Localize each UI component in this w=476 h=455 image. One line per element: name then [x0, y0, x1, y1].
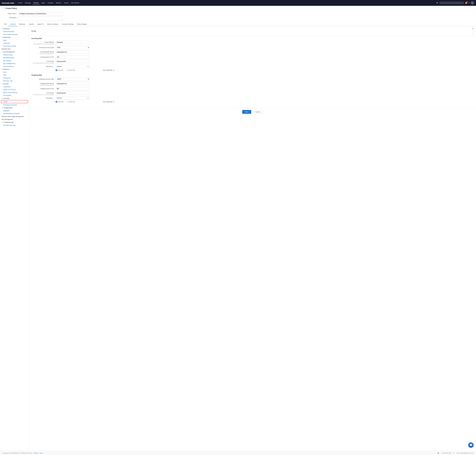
sidebar-item-required-apps[interactable]: Required Apps [0, 53, 29, 56]
outgoing-password-input[interactable] [56, 97, 89, 100]
page-header: 📄 Create Policy [0, 6, 476, 10]
tab-android[interactable]: Android [8, 22, 17, 26]
sidebar-section-title-file-management[interactable]: File Management [0, 118, 29, 121]
description-input[interactable] [18, 16, 63, 21]
sidebar-item-work-profile-password[interactable]: Work Profile Password [0, 33, 29, 36]
sidebar-section-title-security[interactable]: ▼ Security [0, 82, 29, 85]
nav-item-policies[interactable]: Policies [32, 1, 40, 5]
sidebar-section-title-restrictions[interactable]: ▼ Restrictions [0, 36, 29, 39]
outgoing-username-sublabel: Use %username% for user's username [32, 94, 54, 95]
help-icon[interactable]: ? [468, 2, 469, 4]
sidebar: ▼ Password Device Password Work Profile … [0, 26, 29, 451]
chat-button[interactable]: 💬 [468, 442, 474, 448]
sidebar-item-exchange-activesync[interactable]: Exchange ActiveSync [0, 104, 29, 106]
sidebar-section-title-network-data[interactable]: Network Data Usage Management [0, 115, 29, 118]
outgoing-password-control: 👁 [56, 97, 89, 100]
outgoing-mail-server-row: Outgoing Mail Server Example (smtp.gmail… [32, 82, 474, 86]
sidebar-item-wifi[interactable]: Wi-Fi [0, 71, 29, 74]
tab-ios[interactable]: iOS [2, 22, 8, 26]
incoming-use-certificate-checkbox[interactable] [113, 69, 115, 71]
outgoing-use-tls-label: Use TLS [69, 101, 75, 103]
avatar[interactable]: 👤 [471, 1, 474, 5]
sidebar-item-apn-knox[interactable]: APN (Knox) [0, 77, 29, 80]
email-address-input[interactable] [56, 41, 89, 44]
tab-macos[interactable]: macOS [27, 22, 36, 26]
policy-name-input[interactable] [18, 12, 63, 15]
sidebar-item-global-http-proxy[interactable]: Global HTTP Proxy [0, 88, 29, 91]
sidebar-item-certificates[interactable]: Certificates [0, 85, 29, 88]
nav-item-reports[interactable]: Reports [55, 1, 63, 5]
play-icon[interactable]: ▷ [473, 32, 474, 34]
sidebar-item-advanced[interactable]: Advanced [0, 42, 29, 45]
help-icon[interactable]: ? [473, 30, 474, 32]
sidebar-section-title-configurations[interactable]: ▼ Configurations [0, 106, 29, 109]
sidebar-item-hexnode-app-logs[interactable]: Hexnode App Logs [0, 124, 29, 127]
incoming-use-ssl-checkbox[interactable] [56, 69, 57, 71]
incoming-password-eye-icon[interactable]: 👁 [87, 66, 89, 67]
outgoing-account-type-control: SMTP [56, 77, 89, 81]
outgoing-password-eye-icon[interactable]: 👁 [87, 97, 89, 99]
sidebar-item-email[interactable]: Email [1, 100, 28, 103]
tab-general[interactable]: General Settings [60, 22, 75, 26]
outgoing-use-ssl-checkbox[interactable] [56, 101, 57, 103]
save-button[interactable]: Save [242, 110, 251, 114]
sidebar-item-vpn[interactable]: VPN [0, 74, 29, 77]
sidebar-item-app-configurations[interactable]: App Configurations [0, 62, 29, 65]
tab-appletv[interactable]: Apple TV [36, 22, 46, 26]
cancel-button[interactable]: Cancel [252, 110, 263, 114]
sidebar-item-web-content-filtering[interactable]: Web Content Filtering [0, 91, 29, 94]
sidebar-item-blocklist-allowlist[interactable]: Blocklist/Allowlist [0, 56, 29, 59]
sidebar-item-app-catalog[interactable]: App Catalog [0, 59, 29, 62]
outgoing-use-certificate-checkbox[interactable] [113, 101, 115, 103]
tab-kiosk[interactable]: Kiosk Lockdown [46, 22, 60, 26]
nav-item-manage[interactable]: Manage [24, 1, 32, 5]
outgoing-server-port-label-col: Outgoing Server Port [32, 88, 56, 89]
outgoing-server-port-input[interactable] [56, 87, 89, 90]
incoming-mail-server-input[interactable] [56, 50, 89, 54]
incoming-use-tls-checkbox[interactable] [67, 69, 69, 71]
sidebar-item-boot-shutdown[interactable]: Boot/Shutdown Animation [0, 112, 29, 115]
incoming-server-port-input[interactable] [56, 56, 89, 59]
sidebar-section-restrictions: ▼ Restrictions Basic Advanced Knox Servi… [0, 36, 29, 48]
incoming-mail-server-sublabel: Example (imap.gmail.com) [32, 53, 54, 54]
chevron-down-icon: ▼ [2, 51, 3, 53]
sidebar-item-basic[interactable]: Basic [0, 39, 29, 42]
sidebar-item-wallpaper[interactable]: Wallpaper [0, 109, 29, 112]
nav-item-content[interactable]: Content [47, 1, 55, 5]
nav-item-apps[interactable]: Apps [40, 1, 46, 5]
incoming-username-label-col: User Name Use %username% for user's user… [32, 60, 56, 64]
incoming-mail-title: Incoming Mail [32, 38, 474, 39]
sidebar-item-apn-ae-do[interactable]: APN (AE - DO) [0, 80, 29, 82]
sidebar-section-title-periodic-sync[interactable]: Periodic Sync [0, 48, 29, 50]
sidebar-section-title-troubleshooting[interactable]: ▼ Troubleshooting [0, 121, 29, 124]
close-button[interactable]: ✕ [472, 28, 474, 30]
chevron-down-icon: ▼ [2, 28, 3, 29]
incoming-mail-server-label: Incoming Mail Server [32, 51, 54, 53]
sidebar-item-knox-service-plugin[interactable]: Knox Service Plugin [0, 45, 29, 48]
privacy-link[interactable]: Privacy [34, 452, 38, 454]
outgoing-account-type-select[interactable]: SMTP [56, 77, 89, 81]
page-title: Create Policy [5, 7, 17, 9]
outgoing-mail-server-input[interactable] [56, 82, 89, 85]
search-input[interactable] [440, 1, 464, 4]
incoming-password-input[interactable] [56, 65, 89, 68]
incoming-username-input[interactable] [56, 60, 89, 63]
sidebar-section-title-app-management[interactable]: ▼ App Management [0, 50, 29, 53]
sidebar-section-password: ▼ Password Device Password Work Profile … [0, 27, 29, 36]
terms-link[interactable]: Terms [39, 452, 43, 454]
sidebar-section-title-password[interactable]: ▼ Password [0, 27, 29, 30]
nav-item-enroll[interactable]: Enroll [17, 1, 24, 5]
sidebar-item-app-permissions[interactable]: App Permissions [0, 65, 29, 68]
tab-targets[interactable]: Policy Targets [75, 22, 88, 26]
outgoing-username-input[interactable] [56, 91, 89, 95]
nav-item-getstarted[interactable]: Get Started [70, 1, 80, 5]
sidebar-item-os-updates[interactable]: OS Updates [0, 94, 29, 97]
outgoing-use-tls-checkbox[interactable] [67, 101, 69, 103]
sidebar-section-title-accounts[interactable]: ▼ Accounts [0, 97, 29, 100]
nav-item-admin[interactable]: Admin [63, 1, 70, 5]
sidebar-section-title-networks[interactable]: ▼ Networks [0, 68, 29, 71]
sidebar-item-device-password[interactable]: Device Password [0, 30, 29, 33]
incoming-account-type-select[interactable]: POP IMAP [56, 46, 89, 49]
notification-icon[interactable]: 🔔1 [465, 2, 467, 4]
tab-windows[interactable]: Windows [17, 22, 27, 26]
